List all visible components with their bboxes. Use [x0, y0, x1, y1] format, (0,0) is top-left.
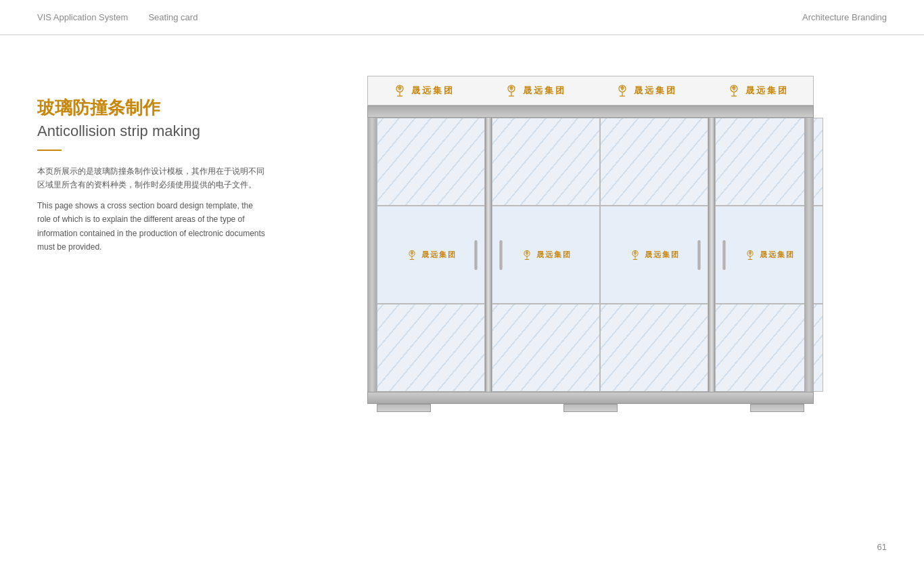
support-right — [750, 404, 804, 412]
door-panel-2: 晟远集团 — [492, 206, 600, 304]
mullion-door-2 — [708, 206, 715, 304]
floor-supports — [367, 404, 814, 412]
frame-side-right — [804, 118, 814, 392]
strip-logo-2: 晟远集团 — [504, 83, 566, 98]
right-panel: 晟远集团 晟远集团 — [294, 76, 887, 412]
title-english: Anticollision strip making — [37, 122, 267, 140]
glass-panel-top-2 — [492, 118, 600, 206]
door-brand-3: 晟远集团 — [629, 249, 680, 261]
strip-brand-text-1: 晟远集团 — [411, 85, 455, 97]
support-left — [377, 404, 431, 412]
mullion-2 — [708, 118, 715, 206]
strip-brand-text-2: 晟远集团 — [523, 85, 566, 97]
page-number: 61 — [877, 542, 887, 552]
glass-panel-bot-3 — [600, 304, 708, 392]
glass-door-body: 晟远集团 晟远集团 — [367, 118, 814, 392]
main-content: 玻璃防撞条制作 Anticollision strip making 本页所展示… — [0, 35, 924, 439]
door-panel-1: 晟远集团 — [377, 206, 485, 304]
door-brand-2: 晟远集团 — [521, 249, 572, 261]
strip-brand-text-3: 晟远集团 — [634, 85, 677, 97]
support-center — [563, 404, 618, 412]
mullion-bot-2 — [708, 304, 715, 392]
door-handle-4l — [722, 240, 726, 270]
door-frame-bottom — [367, 392, 814, 404]
description-chinese: 本页所展示的是玻璃防撞条制作设计模板，其作用在于说明不同区域里所含有的资料种类，… — [37, 164, 267, 192]
strip-logo-3: 晟远集团 — [615, 83, 677, 98]
header-right-text: Architecture Branding — [802, 12, 887, 22]
door-brand-4: 晟远集团 — [744, 249, 795, 261]
mullion-door-1 — [485, 206, 492, 304]
door-handle-2l — [499, 240, 503, 270]
glass-panel-top-3 — [600, 118, 708, 206]
anti-collision-strip: 晟远集团 晟远集团 — [367, 76, 814, 106]
strip-logo-1: 晟远集团 — [392, 83, 455, 98]
door-brand-text-2: 晟远集团 — [536, 250, 572, 260]
glass-panel-bot-1 — [377, 304, 485, 392]
door-frame-top — [367, 106, 814, 118]
glass-row-middle: 晟远集团 晟远集团 — [377, 206, 823, 304]
door-brand-1: 晟远集团 — [406, 249, 457, 261]
door-handle-3r — [697, 240, 701, 270]
glass-panel-bot-2 — [492, 304, 600, 392]
description-english: This page shows a cross section board de… — [37, 199, 267, 254]
door-brand-text-3: 晟远集团 — [645, 250, 680, 260]
left-panel: 玻璃防撞条制作 Anticollision strip making 本页所展示… — [37, 76, 267, 254]
strip-brand-text-4: 晟远集团 — [745, 85, 789, 97]
door-brand-text-1: 晟远集团 — [421, 250, 457, 260]
glass-panel-top-1 — [377, 118, 485, 206]
door-brand-text-4: 晟远集团 — [760, 250, 795, 260]
title-chinese: 玻璃防撞条制作 — [37, 96, 267, 120]
door-handle-1 — [474, 240, 478, 270]
mullion-bot-1 — [485, 304, 492, 392]
door-panel-3: 晟远集团 — [600, 206, 708, 304]
title-divider — [37, 150, 62, 151]
page-header: VIS Application System Seating card Arch… — [0, 0, 924, 35]
glass-row-bottom — [377, 304, 823, 392]
glass-row-top — [377, 118, 823, 206]
header-left-text: VIS Application System — [37, 12, 128, 22]
mullion-1 — [485, 118, 492, 206]
strip-logo-4: 晟远集团 — [726, 83, 789, 98]
frame-side-left — [367, 118, 377, 392]
header-center-text: Seating card — [148, 12, 198, 22]
